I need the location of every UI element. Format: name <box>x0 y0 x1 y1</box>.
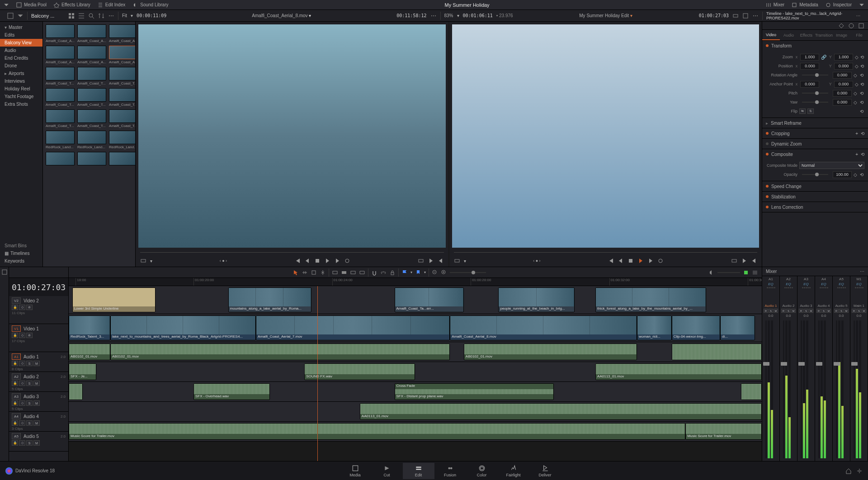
pos-y[interactable] <box>834 63 853 70</box>
cropping-header[interactable]: Cropping+⟲ <box>762 128 868 138</box>
mute-btn[interactable]: M <box>33 361 40 366</box>
single-viewer-icon[interactable] <box>742 13 749 19</box>
bin-audio[interactable]: Audio <box>0 47 42 54</box>
settings-icon[interactable] <box>856 468 863 474</box>
track-header-v2[interactable]: V2Video 2 🔒◇⊘ 11 Clips <box>9 296 68 324</box>
dynamic-zoom-header[interactable]: Dynamic Zoom <box>762 139 868 149</box>
timeline-options-icon[interactable] <box>1 269 8 275</box>
match-icon[interactable] <box>731 258 737 264</box>
timeline-clip[interactable]: thick_forest_along_a_lake_by_the_mountai… <box>595 287 706 312</box>
mute-btn[interactable]: M <box>33 400 40 406</box>
inspector-tab-transition[interactable]: Transition <box>815 30 833 40</box>
bin-edits[interactable]: Edits <box>0 31 42 39</box>
track-header-a1[interactable]: A1Audio 12.0 🔒◇SM 8 Clips <box>9 352 68 372</box>
timeline-clip[interactable]: AB0102_01.mov <box>69 344 110 360</box>
blade-tool-icon[interactable] <box>320 269 326 276</box>
mixer-options[interactable]: ⋯ <box>860 269 864 274</box>
media-clip[interactable]: Amalfi_Coast_A... <box>46 46 75 64</box>
timeline-clip[interactable]: RedRock_Talent_3... <box>69 315 110 340</box>
kf-icon[interactable]: ◇ <box>855 82 859 86</box>
solo-btn[interactable]: S <box>26 420 33 426</box>
timeline-clip[interactable] <box>741 383 762 400</box>
timeline-clip[interactable]: AB0102_01.mov <box>464 344 637 360</box>
chevron-down-icon[interactable] <box>17 13 24 19</box>
nav-page-fusion[interactable]: Fusion <box>434 463 466 479</box>
timeline-name[interactable]: My Summer Holiday Edit ▾ <box>517 13 695 18</box>
program-scrubber[interactable] <box>454 250 758 255</box>
anchor-x[interactable] <box>800 81 819 88</box>
kf-icon[interactable]: ◇ <box>855 64 859 68</box>
solo-btn[interactable]: S <box>26 400 33 406</box>
reset-icon[interactable]: ⟲ <box>860 73 864 77</box>
smart-bin-timelines[interactable]: ▦ Timelines <box>0 249 42 257</box>
lock-btn[interactable]: 🔒 <box>12 333 18 338</box>
fit-to-fill-icon[interactable] <box>359 269 365 276</box>
kf-icon[interactable]: ◇ <box>854 100 858 104</box>
zoom-y[interactable] <box>834 54 853 61</box>
media-clip[interactable]: Amalfi_Coast_T... <box>77 88 106 107</box>
dropdown-menu[interactable] <box>4 2 9 8</box>
next-frame-icon[interactable] <box>334 258 340 264</box>
smart-reframe-header[interactable]: ▸Smart Reframe <box>762 118 868 128</box>
auto-select-btn[interactable]: ◇ <box>19 305 25 310</box>
timeline-clip[interactable]: Music Score for Trailer.mov <box>685 423 762 440</box>
sort-icon[interactable] <box>98 13 104 19</box>
timeline-clip[interactable]: AA0113_01.mov <box>360 403 762 420</box>
lock-btn[interactable]: 🔒 <box>12 305 18 310</box>
timeline-clip[interactable]: AA0113_01.mov <box>595 363 762 380</box>
auto-select-btn[interactable]: ◇ <box>19 381 25 386</box>
prev-frame-icon[interactable] <box>618 258 624 264</box>
auto-select-btn[interactable]: ◇ <box>19 440 25 446</box>
thumb-view-icon[interactable] <box>68 13 75 19</box>
inspector-tab-file[interactable]: File <box>850 30 868 40</box>
media-clip[interactable]: Amalfi_Coast_A... <box>46 24 75 43</box>
flag-icon[interactable] <box>401 269 408 276</box>
track-header-a5[interactable]: A5Audio 52.0 🔒◇SM <box>9 432 68 452</box>
marker-icon[interactable] <box>415 269 421 276</box>
timeline-clip[interactable]: Amalfi_Coast_Ta...err... <box>395 287 464 312</box>
composite-mode[interactable]: Normal <box>799 162 864 169</box>
playhead[interactable] <box>317 286 318 461</box>
reset-icon[interactable]: ⟲ <box>860 109 864 113</box>
more-icon[interactable] <box>856 13 861 19</box>
reset-icon[interactable]: ⟲ <box>860 172 864 177</box>
first-frame-icon[interactable] <box>294 258 301 264</box>
yaw-val[interactable] <box>833 99 852 106</box>
overwrite-icon[interactable] <box>341 269 347 276</box>
stop-icon[interactable] <box>627 258 634 264</box>
speed-change-header[interactable]: Speed Change <box>762 181 868 191</box>
match-frame[interactable]: ‹ ● › <box>533 259 540 263</box>
kf-icon[interactable]: ◇ <box>855 55 859 59</box>
mute-btn[interactable]: M <box>33 440 40 446</box>
more-icon[interactable] <box>430 13 437 19</box>
bin-holiday-reel[interactable]: Holiday Reel <box>0 85 42 93</box>
stop-icon[interactable] <box>314 258 321 264</box>
bin-name[interactable]: Balcony ... <box>31 13 54 19</box>
opacity-val[interactable] <box>833 171 852 178</box>
bypass-icon[interactable] <box>732 13 739 19</box>
media-clip[interactable]: Amalfi_Coast_A... <box>109 46 135 64</box>
list-view-icon[interactable] <box>78 13 85 19</box>
media-clip[interactable]: Amalfi_Coast_A... <box>77 24 106 43</box>
media-clip[interactable]: Amalfi_Coast_T... <box>109 109 135 128</box>
source-scrubber[interactable] <box>140 250 444 255</box>
out-point-icon[interactable] <box>751 258 757 264</box>
search-icon[interactable] <box>88 13 94 19</box>
out-point-icon[interactable] <box>438 258 444 264</box>
reset-icon[interactable] <box>848 23 854 29</box>
track-header-v1[interactable]: V1Video 1 🔒◇⊘ 17 Clips <box>9 324 68 352</box>
timeline-tracks[interactable]: Lower 3rd Simple Underline mountains_alo… <box>69 286 762 461</box>
lock-btn[interactable]: 🔒 <box>12 420 18 426</box>
disable-btn[interactable]: ⊘ <box>26 333 33 338</box>
pitch-slider[interactable] <box>802 93 828 94</box>
more-icon[interactable] <box>752 13 759 19</box>
lock-icon[interactable] <box>389 269 396 276</box>
nav-page-fairlight[interactable]: Fairlight <box>498 463 529 479</box>
link-icon[interactable] <box>380 269 387 276</box>
trim-tool-icon[interactable] <box>302 269 308 276</box>
match-frame[interactable]: ‹ ● › <box>220 259 227 263</box>
timeline-clip[interactable]: Clip-04-wexor-tmg... <box>672 315 720 340</box>
auto-select-btn[interactable]: ◇ <box>19 361 25 366</box>
media-clip[interactable]: Amalfi_Coast_T... <box>109 67 135 85</box>
customize-icon[interactable] <box>752 269 758 276</box>
